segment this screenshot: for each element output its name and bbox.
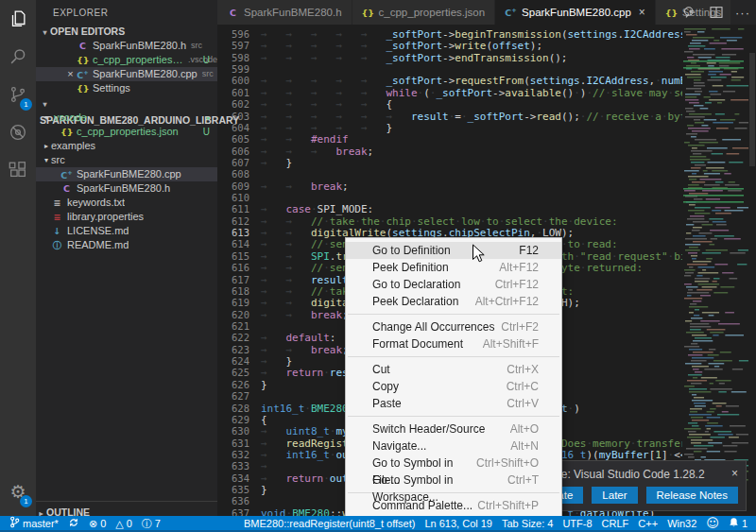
release-notes-button[interactable]: Release Notes xyxy=(646,487,738,504)
activity-extensions-button[interactable] xyxy=(0,151,36,189)
menu-item-switch-header-source[interactable]: Switch Header/SourceAlt+O xyxy=(346,420,561,438)
code-line[interactable]: 609→→break; xyxy=(217,180,682,192)
menu-item-format-document[interactable]: Format DocumentAlt+Shift+F xyxy=(346,335,561,352)
platform[interactable]: Win32 xyxy=(662,518,701,529)
files-icon xyxy=(8,9,28,29)
current-symbol[interactable]: BME280::readRegister(uint8_t offset) xyxy=(239,518,420,529)
code-line[interactable]: 600→→→→→_softPort->requestFrom(settings.… xyxy=(217,75,682,86)
tree-folder-item[interactable]: ▾src xyxy=(36,153,217,167)
errors-status[interactable]: ⊗0 xyxy=(84,518,111,529)
scrollbar-thumb[interactable] xyxy=(749,53,755,166)
feedback-icon: ☺ xyxy=(706,517,719,529)
activity-search-button[interactable] xyxy=(0,38,36,76)
line-number: 596 xyxy=(217,28,249,40)
code-line[interactable]: 597→→→→→_softPort->write(offset); xyxy=(217,40,682,51)
menu-item-change-all-occurrences[interactable]: Change All OccurrencesCtrl+F2 xyxy=(346,318,561,335)
menu-item-go-to-symbol-in-file-[interactable]: Go to Symbol in File...Ctrl+Shift+O xyxy=(346,455,561,472)
close-icon[interactable]: × xyxy=(64,67,77,81)
license-file-icon: ↓ xyxy=(51,224,63,238)
menu-item-paste[interactable]: PasteCtrl+V xyxy=(346,395,561,412)
c-header-file-icon: C xyxy=(60,181,73,196)
split-editor-icon[interactable] xyxy=(709,5,724,20)
workspace-header[interactable]: ▾SPARKFUN_BME280_ARDUINO_LIBRARY xyxy=(36,95,217,111)
code-line[interactable]: 596→→→→→_softPort->beginTransmission(set… xyxy=(217,28,682,40)
open-editor-item[interactable]: CSparkFunBME280.hsrc xyxy=(36,39,217,53)
info-status[interactable]: ⓘ7 xyxy=(137,518,165,529)
code-line[interactable]: 606→→→break; xyxy=(217,146,682,157)
tab-SparkFunBME280.cpp[interactable]: C+SparkFunBME280.cpp× xyxy=(495,0,656,25)
line-number: 618 xyxy=(217,285,249,297)
code-line[interactable]: 612→→//·take·the·chip·select·low·to·sele… xyxy=(217,215,682,227)
warnings-status[interactable]: △0 xyxy=(111,518,137,529)
code-line[interactable]: 608 xyxy=(217,168,682,180)
tree-file-item[interactable]: C+SparkFunBME280.cpp xyxy=(36,167,217,181)
code-line[interactable]: 603→→→→→→result·=·_softPort->read();·//·… xyxy=(217,111,682,122)
code-line[interactable]: 604→→→→→} xyxy=(217,122,682,133)
tree-file-item[interactable]: ≡library.properties xyxy=(36,210,217,224)
settings-gear-button[interactable]: ⚙ 1 xyxy=(0,472,36,510)
outline-header[interactable]: ▸OUTLINE xyxy=(36,501,217,516)
language-mode[interactable]: C++ xyxy=(633,518,662,529)
code-line[interactable]: 599 xyxy=(217,63,682,75)
tree-file-item[interactable]: {}c_cpp_properties.jsonU xyxy=(36,125,217,139)
menu-item-go-to-definition[interactable]: Go to DefinitionF12 xyxy=(346,242,561,259)
open-editors-header[interactable]: ▾OPEN EDITORS xyxy=(36,24,217,39)
json-file-icon: {} xyxy=(665,8,678,18)
menu-item-peek-declaration[interactable]: Peek DeclarationAlt+Ctrl+F12 xyxy=(346,293,561,310)
line-number: 623 xyxy=(217,344,249,355)
tree-file-item[interactable]: ≡keywords.txt xyxy=(36,196,217,210)
shortcut-label: Ctrl+Shift+P xyxy=(477,497,539,514)
close-icon[interactable]: × xyxy=(731,467,738,480)
open-changes-icon[interactable] xyxy=(681,5,697,21)
editor-scrollbar[interactable] xyxy=(748,25,756,516)
feedback[interactable]: ☺ xyxy=(701,517,724,529)
menu-item-copy[interactable]: CopyCtrl+C xyxy=(346,378,561,395)
later-button[interactable]: Later xyxy=(592,487,637,504)
tree-folder-item[interactable]: ▾.vscode● xyxy=(36,111,217,125)
tab-c_cpp_properties.json[interactable]: {}c_cpp_properties.json xyxy=(352,0,496,25)
open-editor-item[interactable]: ×C+SparkFunBME280.cppsrc xyxy=(36,67,217,81)
code-line[interactable]: 601→→→→→while·(·_softPort->available()·)… xyxy=(217,87,682,98)
activity-source-control-button[interactable]: 1 xyxy=(0,76,36,113)
minimap[interactable] xyxy=(682,25,748,516)
tab-size[interactable]: Tab Size: 4 xyxy=(497,518,558,529)
tree-folder-item[interactable]: ▸examples xyxy=(36,139,217,153)
tree-file-item[interactable]: ⓘREADME.md xyxy=(36,238,217,252)
notifications-bell[interactable]: 1 xyxy=(724,517,752,530)
tab-SparkFunBME280.h[interactable]: CSparkFunBME280.h xyxy=(217,0,352,25)
git-branch-status[interactable]: master* xyxy=(5,516,63,530)
open-editor-item[interactable]: {}c_cpp_properties.json.vscodeU xyxy=(36,53,217,67)
code-line[interactable]: 598→→→→→_softPort->endTransmission(); xyxy=(217,52,682,63)
menu-item-command-palette-[interactable]: Command Palette...Ctrl+Shift+P xyxy=(346,497,561,514)
code-line[interactable]: 611→case·SPI_MODE: xyxy=(217,203,682,215)
code-line[interactable]: 610 xyxy=(217,192,682,203)
sync-status[interactable] xyxy=(63,517,84,530)
open-editor-item[interactable]: {}Settings xyxy=(36,81,217,95)
cursor-position[interactable]: Ln 613, Col 19 xyxy=(420,518,497,529)
menu-item-go-to-declaration[interactable]: Go to DeclarationCtrl+F12 xyxy=(346,276,561,293)
tab-bar: CSparkFunBME280.h{}c_cpp_properties.json… xyxy=(217,0,756,25)
modified-dot: ● xyxy=(206,111,210,125)
menu-item-cut[interactable]: CutCtrl+X xyxy=(346,361,561,378)
activity-explorer-button[interactable] xyxy=(0,0,36,38)
menu-separator xyxy=(348,416,559,417)
eol[interactable]: CRLF xyxy=(597,518,634,529)
menu-item-peek-definition[interactable]: Peek DefinitionAlt+F12 xyxy=(346,259,561,276)
line-number: 631 xyxy=(217,438,249,449)
code-line[interactable]: 602→→→→→{ xyxy=(217,98,682,110)
menu-item-navigate-[interactable]: Navigate...Alt+N xyxy=(346,438,561,455)
more-actions-icon[interactable]: ··· xyxy=(735,6,750,20)
code-line[interactable]: 607→} xyxy=(217,157,682,168)
close-icon[interactable]: × xyxy=(639,6,645,19)
encoding[interactable]: UTF-8 xyxy=(558,518,596,529)
activity-debug-button[interactable] xyxy=(0,113,36,151)
file-tree: ▾.vscode●{}c_cpp_properties.jsonU▸exampl… xyxy=(36,111,217,252)
line-number: 609 xyxy=(217,180,249,192)
code-line[interactable]: 605→→#endif xyxy=(217,133,682,145)
tree-file-item[interactable]: ↓LICENSE.md xyxy=(36,224,217,238)
line-number: 629 xyxy=(217,414,249,425)
line-number: 606 xyxy=(217,146,249,157)
tree-file-item[interactable]: CSparkFunBME280.h xyxy=(36,181,217,196)
line-number: 633 xyxy=(217,460,249,472)
menu-item-go-to-symbol-in-workspace-[interactable]: Go to Symbol in Workspace...Ctrl+T xyxy=(346,472,561,489)
